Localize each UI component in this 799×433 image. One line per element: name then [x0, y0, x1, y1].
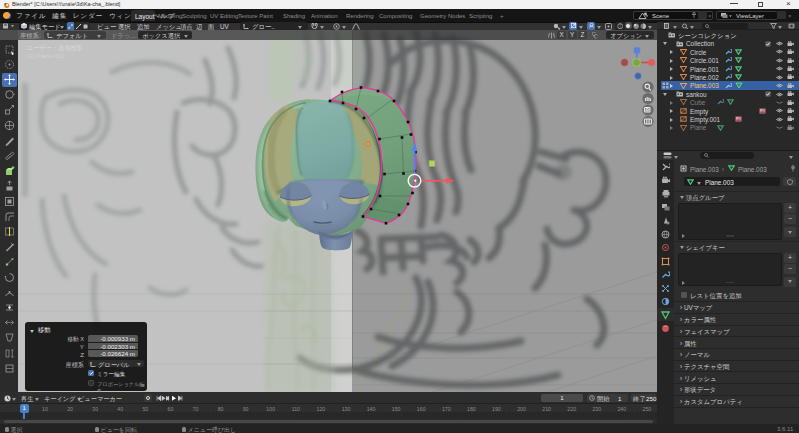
svg-text:(1) Plane.003: (1) Plane.003 [27, 52, 65, 59]
svg-text:ユーザー・透視投影: ユーザー・透視投影 [27, 44, 83, 52]
